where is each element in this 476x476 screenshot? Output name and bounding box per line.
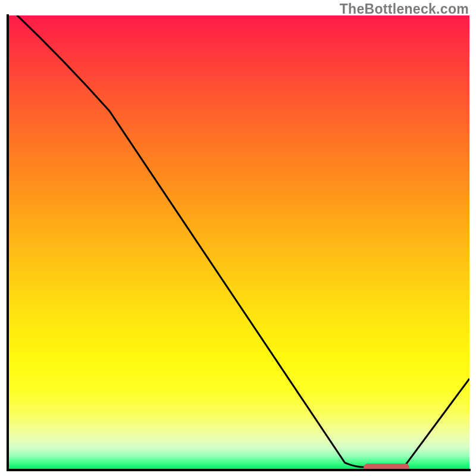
y-axis <box>7 14 9 471</box>
watermark: TheBottleneck.com <box>340 1 469 17</box>
plot-area <box>8 15 469 469</box>
bottleneck-curve <box>8 15 469 469</box>
chart-container: TheBottleneck.com <box>0 0 476 476</box>
curve-path <box>8 15 469 467</box>
x-axis <box>7 469 471 471</box>
